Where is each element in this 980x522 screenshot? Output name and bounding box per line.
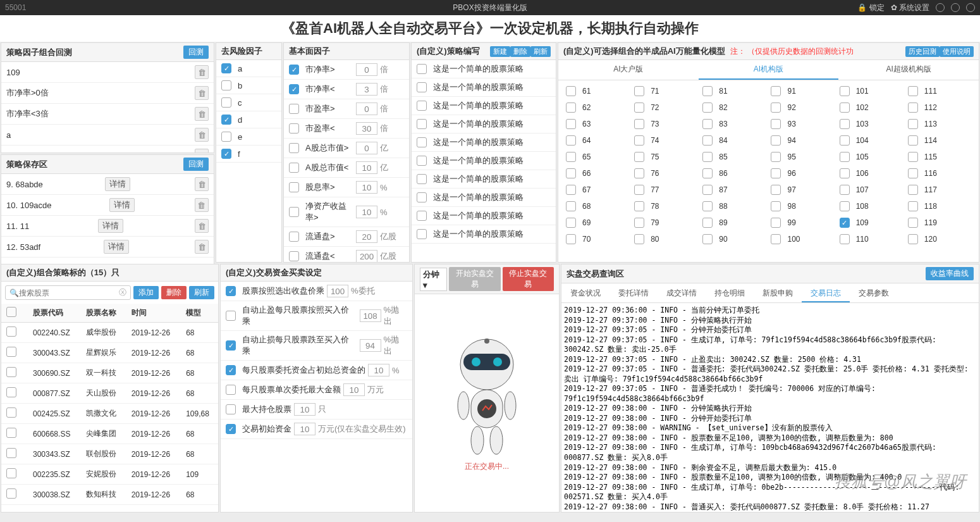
checkbox[interactable] xyxy=(771,86,781,96)
checkbox[interactable] xyxy=(6,347,16,357)
query-tab[interactable]: 新股申购 xyxy=(754,283,802,302)
model-cell[interactable]: 70 xyxy=(563,231,632,247)
model-cell[interactable]: 100 xyxy=(768,231,836,247)
model-cell[interactable]: 108 xyxy=(837,198,905,214)
trash-icon[interactable]: 🗑 xyxy=(195,240,209,254)
checkbox[interactable] xyxy=(634,86,644,96)
strategy-item[interactable]: 这是一个简单的股票策略 xyxy=(412,225,556,244)
model-cell[interactable]: 69 xyxy=(563,214,632,231)
refresh-button[interactable]: 刷新 xyxy=(530,46,551,57)
trash-icon[interactable]: 🗑 xyxy=(195,86,209,100)
table-row[interactable]: 000877.SZ天山股份2019-12-2668 xyxy=(1,383,218,404)
checkbox[interactable] xyxy=(908,201,918,211)
checkbox[interactable] xyxy=(289,143,299,153)
model-cell[interactable]: 77 xyxy=(632,182,700,198)
model-cell[interactable]: 90 xyxy=(700,231,768,247)
lock-button[interactable]: 🔒 锁定 xyxy=(857,3,884,13)
model-cell[interactable]: 88 xyxy=(700,198,768,214)
checkbox[interactable] xyxy=(226,340,236,351)
value-input[interactable] xyxy=(343,383,365,396)
model-cell[interactable]: 120 xyxy=(905,231,974,247)
checkbox[interactable] xyxy=(771,185,781,195)
fundamental-item[interactable]: 股息率>% xyxy=(284,178,409,197)
add-button[interactable]: 添加 xyxy=(133,286,159,299)
delete-button[interactable]: 删除 xyxy=(510,46,530,57)
checkbox[interactable] xyxy=(289,207,299,217)
model-cell[interactable]: 102 xyxy=(837,99,905,116)
checkbox[interactable] xyxy=(417,137,427,147)
checkbox[interactable] xyxy=(289,84,299,94)
checkbox[interactable] xyxy=(702,103,713,113)
checkbox[interactable] xyxy=(771,152,781,162)
checkbox[interactable] xyxy=(6,367,16,377)
trade-setting-item[interactable]: 每只股票单次委托最大金额万元 xyxy=(221,380,412,400)
model-cell[interactable]: 83 xyxy=(700,116,768,132)
risk-factor-item[interactable]: c xyxy=(216,94,281,111)
risk-factor-item[interactable]: a xyxy=(216,60,281,77)
checkbox[interactable] xyxy=(566,185,576,195)
delete-button[interactable]: 删除 xyxy=(161,286,187,299)
factor-item[interactable]: 市净率>0倍🗑 xyxy=(1,83,214,104)
checkbox-all[interactable] xyxy=(6,307,16,317)
model-cell[interactable]: 107 xyxy=(837,182,905,198)
model-cell[interactable]: 66 xyxy=(563,165,632,182)
query-tab[interactable]: 交易参数 xyxy=(850,283,898,302)
value-input[interactable] xyxy=(360,339,381,352)
checkbox[interactable] xyxy=(566,103,576,113)
checkbox[interactable] xyxy=(908,168,918,178)
settings-button[interactable]: ✿ 系统设置 xyxy=(891,3,929,13)
checkbox[interactable] xyxy=(566,168,576,178)
model-cell[interactable]: 112 xyxy=(905,99,974,116)
strategy-item[interactable]: 这是一个简单的股票策略 xyxy=(412,152,556,170)
checkbox[interactable] xyxy=(417,82,427,92)
model-cell[interactable]: 74 xyxy=(632,132,700,149)
refresh-button[interactable]: 刷新 xyxy=(189,286,214,299)
checkbox[interactable] xyxy=(566,218,576,228)
model-cell[interactable]: 80 xyxy=(632,231,700,247)
value-input[interactable] xyxy=(356,103,377,115)
model-cell[interactable]: 75 xyxy=(632,149,700,165)
model-cell[interactable]: 93 xyxy=(768,116,836,132)
clear-icon[interactable]: ⓧ xyxy=(119,287,126,298)
checkbox[interactable] xyxy=(634,103,644,113)
checkbox[interactable] xyxy=(289,104,299,114)
strategy-item[interactable]: 这是一个简单的股票策略 xyxy=(412,189,556,207)
trade-setting-item[interactable]: 股票按照选出收盘价乘%委托 xyxy=(221,282,412,301)
model-cell[interactable]: 113 xyxy=(905,116,974,132)
model-cell[interactable]: 63 xyxy=(563,116,632,132)
query-tab[interactable]: 委托详情 xyxy=(609,283,658,302)
model-cell[interactable]: 97 xyxy=(768,182,836,198)
model-cell[interactable]: 76 xyxy=(632,165,700,182)
model-cell[interactable]: 81 xyxy=(700,83,768,99)
checkbox[interactable] xyxy=(221,63,231,73)
model-cell[interactable]: 68 xyxy=(563,198,632,214)
checkbox[interactable] xyxy=(6,448,16,458)
trash-icon[interactable]: 🗑 xyxy=(195,219,209,233)
checkbox[interactable] xyxy=(634,234,644,244)
checkbox[interactable] xyxy=(566,135,576,146)
value-input[interactable] xyxy=(356,250,377,262)
model-tab[interactable]: AI超级机构版 xyxy=(838,60,979,80)
checkbox[interactable] xyxy=(908,152,918,162)
model-cell[interactable]: 79 xyxy=(632,214,700,231)
start-live-button[interactable]: 开始实盘交易 xyxy=(449,267,500,291)
trash-icon[interactable]: 🗑 xyxy=(195,177,209,191)
checkbox[interactable] xyxy=(840,86,850,96)
table-row[interactable]: 002235.SZ安妮股份2019-12-26109 xyxy=(1,464,218,485)
value-input[interactable] xyxy=(356,63,377,76)
trash-icon[interactable]: 🗑 xyxy=(195,198,209,212)
model-cell[interactable]: 89 xyxy=(700,214,768,231)
model-cell[interactable]: 115 xyxy=(905,149,974,165)
checkbox[interactable] xyxy=(908,103,918,113)
query-tab[interactable]: 交易日志 xyxy=(802,283,850,302)
model-cell[interactable]: 72 xyxy=(632,99,700,116)
history-backtest-button[interactable]: 历史回测 xyxy=(905,46,940,57)
checkbox[interactable] xyxy=(417,211,427,221)
value-input[interactable] xyxy=(327,285,348,297)
checkbox[interactable] xyxy=(702,119,713,129)
checkbox[interactable] xyxy=(566,86,576,96)
minimize-icon[interactable] xyxy=(936,3,945,12)
checkbox[interactable] xyxy=(6,488,16,499)
value-input[interactable] xyxy=(356,83,377,96)
checkbox[interactable] xyxy=(226,404,236,414)
